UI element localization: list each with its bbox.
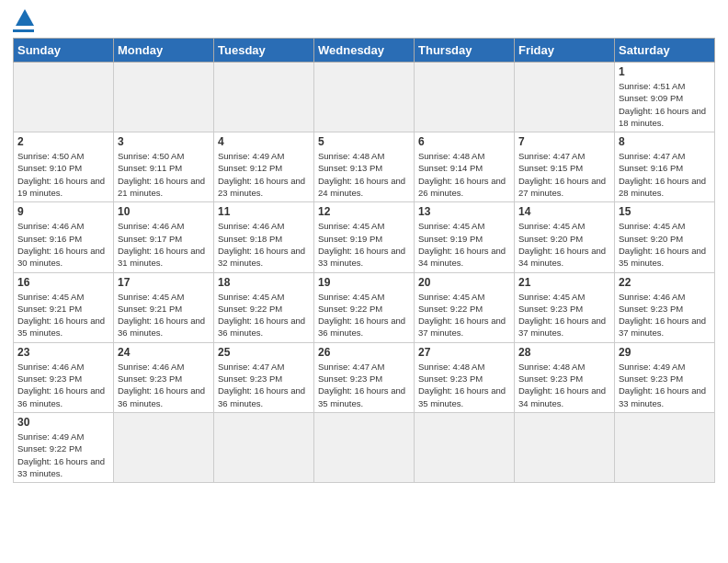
day-info: Sunrise: 4:45 AM Sunset: 9:22 PM Dayligh… xyxy=(418,291,510,339)
calendar-day-cell xyxy=(14,63,114,132)
day-number: 26 xyxy=(318,346,410,359)
calendar-day-cell xyxy=(214,63,314,132)
calendar-day-cell xyxy=(515,412,615,482)
calendar-day-cell: 28Sunrise: 4:48 AM Sunset: 9:23 PM Dayli… xyxy=(515,342,615,412)
calendar-week-row: 9Sunrise: 4:46 AM Sunset: 9:16 PM Daylig… xyxy=(14,202,715,272)
calendar-day-cell: 21Sunrise: 4:45 AM Sunset: 9:23 PM Dayli… xyxy=(515,272,615,342)
calendar-day-cell xyxy=(214,412,314,482)
calendar-day-cell xyxy=(114,412,214,482)
calendar-day-cell: 4Sunrise: 4:49 AM Sunset: 9:12 PM Daylig… xyxy=(214,132,314,202)
day-info: Sunrise: 4:46 AM Sunset: 9:17 PM Dayligh… xyxy=(118,220,210,269)
day-info: Sunrise: 4:46 AM Sunset: 9:18 PM Dayligh… xyxy=(218,220,310,269)
calendar-day-cell: 29Sunrise: 4:49 AM Sunset: 9:23 PM Dayli… xyxy=(615,342,715,412)
day-info: Sunrise: 4:49 AM Sunset: 9:12 PM Dayligh… xyxy=(218,150,310,199)
day-info: Sunrise: 4:45 AM Sunset: 9:19 PM Dayligh… xyxy=(318,220,410,269)
calendar-day-cell xyxy=(314,412,415,482)
logo-underline xyxy=(13,29,34,32)
logo xyxy=(13,9,34,32)
calendar-day-cell: 10Sunrise: 4:46 AM Sunset: 9:17 PM Dayli… xyxy=(114,202,214,272)
calendar-week-row: 2Sunrise: 4:50 AM Sunset: 9:10 PM Daylig… xyxy=(14,132,715,202)
day-info: Sunrise: 4:48 AM Sunset: 9:23 PM Dayligh… xyxy=(518,361,610,409)
day-info: Sunrise: 4:45 AM Sunset: 9:22 PM Dayligh… xyxy=(218,291,310,339)
day-number: 6 xyxy=(418,135,510,148)
calendar-day-cell: 30Sunrise: 4:49 AM Sunset: 9:22 PM Dayli… xyxy=(14,412,114,482)
day-number: 9 xyxy=(17,205,109,218)
day-number: 13 xyxy=(418,205,510,218)
day-info: Sunrise: 4:45 AM Sunset: 9:23 PM Dayligh… xyxy=(518,291,610,339)
day-info: Sunrise: 4:49 AM Sunset: 9:23 PM Dayligh… xyxy=(619,361,711,409)
day-number: 12 xyxy=(318,205,410,218)
day-info: Sunrise: 4:47 AM Sunset: 9:23 PM Dayligh… xyxy=(218,361,310,409)
day-number: 30 xyxy=(17,416,109,429)
day-info: Sunrise: 4:45 AM Sunset: 9:21 PM Dayligh… xyxy=(17,291,109,339)
day-number: 4 xyxy=(218,135,310,148)
day-number: 11 xyxy=(218,205,310,218)
day-info: Sunrise: 4:48 AM Sunset: 9:14 PM Dayligh… xyxy=(418,150,510,199)
day-number: 18 xyxy=(218,276,310,289)
calendar-week-row: 30Sunrise: 4:49 AM Sunset: 9:22 PM Dayli… xyxy=(14,412,715,482)
calendar-day-cell: 5Sunrise: 4:48 AM Sunset: 9:13 PM Daylig… xyxy=(314,132,415,202)
calendar-week-row: 16Sunrise: 4:45 AM Sunset: 9:21 PM Dayli… xyxy=(14,272,715,342)
header-sunday: Sunday xyxy=(14,39,114,63)
calendar-week-row: 23Sunrise: 4:46 AM Sunset: 9:23 PM Dayli… xyxy=(14,342,715,412)
day-info: Sunrise: 4:46 AM Sunset: 9:23 PM Dayligh… xyxy=(619,291,711,339)
calendar-day-cell: 8Sunrise: 4:47 AM Sunset: 9:16 PM Daylig… xyxy=(615,132,715,202)
logo-triangle-icon xyxy=(16,9,34,26)
calendar-day-cell: 18Sunrise: 4:45 AM Sunset: 9:22 PM Dayli… xyxy=(214,272,314,342)
header xyxy=(13,9,715,32)
day-info: Sunrise: 4:45 AM Sunset: 9:21 PM Dayligh… xyxy=(118,291,210,339)
day-info: Sunrise: 4:47 AM Sunset: 9:16 PM Dayligh… xyxy=(619,150,711,199)
calendar-day-cell: 3Sunrise: 4:50 AM Sunset: 9:11 PM Daylig… xyxy=(114,132,214,202)
day-number: 10 xyxy=(118,205,210,218)
calendar-day-cell: 24Sunrise: 4:46 AM Sunset: 9:23 PM Dayli… xyxy=(114,342,214,412)
calendar-day-cell: 23Sunrise: 4:46 AM Sunset: 9:23 PM Dayli… xyxy=(14,342,114,412)
day-info: Sunrise: 4:46 AM Sunset: 9:23 PM Dayligh… xyxy=(118,361,210,409)
calendar-day-cell: 7Sunrise: 4:47 AM Sunset: 9:15 PM Daylig… xyxy=(515,132,615,202)
calendar-day-cell xyxy=(314,63,415,132)
day-info: Sunrise: 4:47 AM Sunset: 9:23 PM Dayligh… xyxy=(318,361,410,409)
calendar-day-cell: 20Sunrise: 4:45 AM Sunset: 9:22 PM Dayli… xyxy=(415,272,515,342)
calendar-day-cell xyxy=(114,63,214,132)
day-info: Sunrise: 4:48 AM Sunset: 9:23 PM Dayligh… xyxy=(418,361,510,409)
calendar-day-cell: 11Sunrise: 4:46 AM Sunset: 9:18 PM Dayli… xyxy=(214,202,314,272)
day-info: Sunrise: 4:48 AM Sunset: 9:13 PM Dayligh… xyxy=(318,150,410,199)
calendar-day-cell xyxy=(415,63,515,132)
calendar-day-cell: 13Sunrise: 4:45 AM Sunset: 9:19 PM Dayli… xyxy=(415,202,515,272)
day-number: 1 xyxy=(619,65,711,78)
calendar-week-row: 1Sunrise: 4:51 AM Sunset: 9:09 PM Daylig… xyxy=(14,63,715,132)
day-info: Sunrise: 4:50 AM Sunset: 9:11 PM Dayligh… xyxy=(118,150,210,199)
day-info: Sunrise: 4:45 AM Sunset: 9:19 PM Dayligh… xyxy=(418,220,510,269)
calendar-day-cell: 9Sunrise: 4:46 AM Sunset: 9:16 PM Daylig… xyxy=(14,202,114,272)
day-info: Sunrise: 4:47 AM Sunset: 9:15 PM Dayligh… xyxy=(518,150,610,199)
calendar-day-cell: 19Sunrise: 4:45 AM Sunset: 9:22 PM Dayli… xyxy=(314,272,415,342)
header-saturday: Saturday xyxy=(615,39,715,63)
weekday-header-row: Sunday Monday Tuesday Wednesday Thursday… xyxy=(14,39,715,63)
calendar-day-cell: 6Sunrise: 4:48 AM Sunset: 9:14 PM Daylig… xyxy=(415,132,515,202)
day-info: Sunrise: 4:50 AM Sunset: 9:10 PM Dayligh… xyxy=(17,150,109,199)
calendar-day-cell xyxy=(415,412,515,482)
calendar-day-cell: 1Sunrise: 4:51 AM Sunset: 9:09 PM Daylig… xyxy=(615,63,715,132)
calendar-day-cell: 2Sunrise: 4:50 AM Sunset: 9:10 PM Daylig… xyxy=(14,132,114,202)
calendar-day-cell: 25Sunrise: 4:47 AM Sunset: 9:23 PM Dayli… xyxy=(214,342,314,412)
day-info: Sunrise: 4:46 AM Sunset: 9:23 PM Dayligh… xyxy=(17,361,109,409)
day-number: 14 xyxy=(518,205,610,218)
day-number: 19 xyxy=(318,276,410,289)
day-info: Sunrise: 4:51 AM Sunset: 9:09 PM Dayligh… xyxy=(619,80,711,129)
day-info: Sunrise: 4:45 AM Sunset: 9:22 PM Dayligh… xyxy=(318,291,410,339)
day-number: 15 xyxy=(619,205,711,218)
day-number: 28 xyxy=(518,346,610,359)
calendar-day-cell: 15Sunrise: 4:45 AM Sunset: 9:20 PM Dayli… xyxy=(615,202,715,272)
calendar-day-cell: 16Sunrise: 4:45 AM Sunset: 9:21 PM Dayli… xyxy=(14,272,114,342)
day-number: 27 xyxy=(418,346,510,359)
day-number: 21 xyxy=(518,276,610,289)
header-friday: Friday xyxy=(515,39,615,63)
day-number: 24 xyxy=(118,346,210,359)
calendar-table: Sunday Monday Tuesday Wednesday Thursday… xyxy=(13,38,715,483)
day-number: 20 xyxy=(418,276,510,289)
calendar-day-cell: 12Sunrise: 4:45 AM Sunset: 9:19 PM Dayli… xyxy=(314,202,415,272)
calendar-day-cell: 14Sunrise: 4:45 AM Sunset: 9:20 PM Dayli… xyxy=(515,202,615,272)
day-number: 8 xyxy=(619,135,711,148)
day-number: 23 xyxy=(17,346,109,359)
day-number: 22 xyxy=(619,276,711,289)
day-info: Sunrise: 4:45 AM Sunset: 9:20 PM Dayligh… xyxy=(619,220,711,269)
